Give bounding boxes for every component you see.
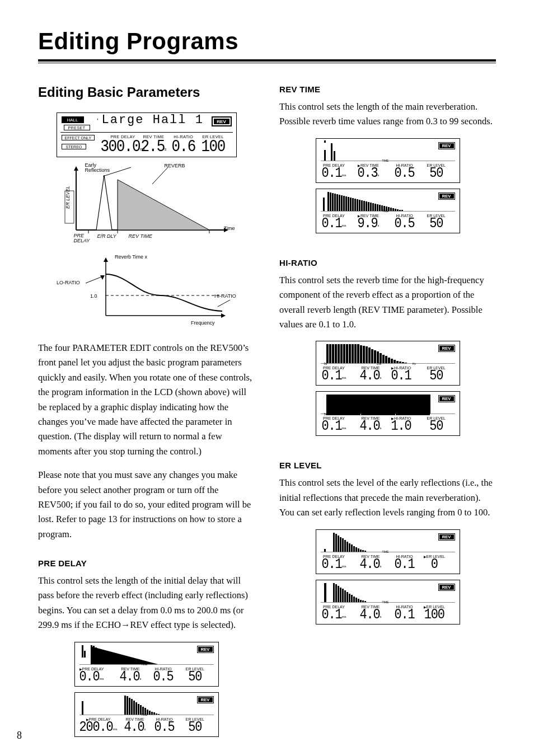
col-erlevel: ER LEVEL 50: [427, 163, 446, 180]
col-erlevel: ER LEVEL 50: [427, 416, 446, 433]
col-predelay: PRE DELAY 0.1ms: [322, 366, 346, 382]
value: 100: [424, 608, 444, 622]
unit: ms: [342, 376, 346, 379]
page-title: Editing Programs: [38, 28, 496, 55]
unit: s: [380, 376, 382, 379]
lcd-erlevel-100: REV TIME PRE DELAY 0.1ms REV TIME 4.0s H…: [316, 580, 460, 624]
section-heading: Editing Basic Parameters: [38, 84, 255, 100]
col-predelay: PRE DELAY 0.1ms: [322, 605, 346, 621]
body-pre-delay: This control sets the length of the init…: [38, 574, 255, 633]
value: 50: [429, 217, 443, 231]
col-hiratio: ▶HI-RATIO 1.0: [391, 416, 411, 433]
unit: s: [378, 173, 380, 177]
col-predelay: PRE DELAY 0.1ms: [322, 416, 346, 433]
lcd-hiratio-1p0: REV 5k 15k Hz PRE DELAY 0.1ms REV TIME 4…: [316, 391, 460, 436]
col-predelay: PRE DELAY 0.1ms: [322, 163, 346, 180]
value: 0.6: [172, 138, 195, 155]
lcd-erlevel-0: REV TIME PRE DELAY 0.1ms REV TIME 4.0s H…: [316, 529, 460, 574]
lcd-hiratio-0p1: REV 5k 15k Hz PRE DELAY 0.1ms REV TIME 4…: [316, 341, 460, 386]
lcd-predelay: PRE DELAY 300.0ms: [101, 134, 146, 154]
col-revtime: ▶REV TIME 9.9s: [358, 214, 380, 230]
time-tick: TIME: [141, 713, 148, 716]
value: 4.0: [360, 608, 380, 622]
svg-rect-28: [84, 651, 86, 658]
col-predelay: ▶PRE DELAY 200.0ms: [79, 717, 118, 734]
rev-badge: REV: [212, 116, 232, 126]
time-tick: TIME: [382, 209, 389, 213]
value: 0.1: [322, 217, 342, 231]
rev-badge: REV: [438, 533, 455, 541]
label-reverb: REVERB: [165, 163, 185, 168]
value: 0.1: [322, 420, 342, 434]
value: 0.3: [358, 166, 378, 180]
value: 0.1: [395, 608, 415, 622]
value: 50: [429, 166, 443, 180]
lcd-divider: [60, 132, 233, 133]
value: 0.1: [395, 557, 415, 571]
lcd-main: HALL PRESET ' Large Hall 1 REV EFFECT ON…: [57, 112, 237, 157]
col-hiratio: ▶HI-RATIO 0.1: [391, 366, 411, 382]
svg-text:ER LEVEL: ER LEVEL: [65, 186, 71, 209]
value: 1.0: [391, 420, 411, 434]
freq-15k: 15k: [377, 412, 382, 416]
heading-pre-delay: PRE DELAY: [38, 558, 255, 568]
lcd-program-name: Large Hall 1: [102, 113, 204, 127]
svg-line-7: [152, 167, 168, 184]
value: 4.0: [124, 720, 144, 734]
unit: ms: [342, 565, 346, 568]
col-hiratio: HI-RATIO 0.5: [153, 667, 174, 683]
col-revtime: ▶REV TIME 0.3s: [358, 163, 380, 180]
value: 200.0: [79, 720, 113, 734]
col-erlevel: ER LEVEL 50: [427, 366, 446, 382]
unit: s: [165, 147, 167, 151]
svg-marker-20: [100, 275, 105, 280]
col-revtime: REV TIME 4.0s: [360, 366, 382, 382]
svg-text:HI-RATIO: HI-RATIO: [214, 293, 236, 299]
col-revtime: REV TIME 4.0s: [124, 717, 146, 734]
svg-text:LO-RATIO: LO-RATIO: [57, 280, 80, 285]
rev-badge: REV: [438, 584, 455, 591]
lcd-hiratio: HI-RATIO 0.6: [172, 134, 195, 154]
freq-hz: Hz: [413, 412, 416, 416]
svg-text:Reverb Time x: Reverb Time x: [115, 254, 148, 260]
unit: s: [380, 565, 382, 568]
col-predelay: ▶PRE DELAY 0.0ms: [79, 667, 104, 683]
value: 0.1: [322, 608, 342, 622]
col-hiratio: HI-RATIO 0.5: [154, 717, 175, 734]
page-number: 8: [17, 730, 22, 741]
freq-hz: Hz: [413, 362, 416, 365]
preset-label: PRESET: [64, 125, 90, 130]
lcd-pair-hiratio: REV 5k 15k Hz PRE DELAY 0.1ms REV TIME 4…: [316, 341, 460, 436]
col-revtime: REV TIME 4.0s: [360, 605, 382, 621]
body-rev-time: This control sets the length of the main…: [279, 100, 496, 129]
col-erlevel: ER LEVEL 50: [186, 667, 204, 683]
col-revtime: REV TIME 4.0s: [360, 555, 382, 571]
svg-line-23: [218, 300, 230, 307]
lcd-erlevel: ER LEVEL 100: [202, 134, 225, 154]
col-hiratio: HI-RATIO 0.1: [395, 555, 415, 571]
value: 0.5: [154, 720, 175, 734]
lcd-revtime: REV TIME 2.5s: [141, 134, 167, 154]
body-hi-ratio: This control sets the reverb time for th…: [279, 273, 496, 332]
right-column: REV TIME This control sets the length of…: [279, 84, 496, 743]
svg-text:1.0: 1.0: [90, 293, 97, 299]
value: 4.0: [360, 557, 380, 571]
unit: s: [144, 727, 146, 731]
col-hiratio: HI-RATIO 0.1: [395, 605, 415, 621]
lcd-pair-predelay: REV TIME ▶PRE DELAY 0.0ms REV TIME 4.0s …: [74, 642, 219, 737]
lcd-revtime-0p3: REV TIME PRE DELAY 0.1ms ▶REV TIME 0.3s …: [316, 138, 460, 183]
lcd-predelay-200: REV TIME ▶PRE DELAY 200.0ms REV TIME 4.0…: [74, 692, 219, 737]
rev-badge: REV: [438, 395, 455, 402]
label-pre-delay: PREDELAY: [74, 233, 90, 244]
value: 0.0: [79, 670, 100, 684]
value: 0.5: [395, 166, 415, 180]
value: 0.1: [322, 557, 342, 571]
heading-hi-ratio: HI-RATIO: [279, 258, 496, 267]
value: 2.5: [141, 138, 165, 155]
col-hiratio: HI-RATIO 0.5: [395, 214, 415, 230]
value: 0.5: [395, 217, 415, 231]
rule-thin: [38, 63, 496, 63]
col-predelay: PRE DELAY 0.1ms: [322, 214, 346, 230]
unit: s: [378, 224, 380, 227]
col-erlevel: ER LEVEL 50: [427, 214, 446, 230]
